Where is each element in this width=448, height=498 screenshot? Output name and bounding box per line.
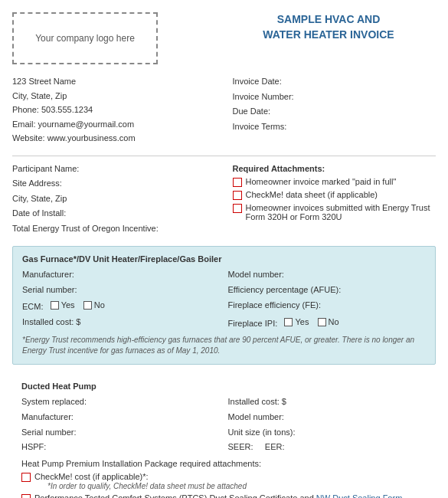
ipi-yes-checkbox[interactable] [284, 318, 293, 326]
participant-section: Participant Name: Site Address: City, St… [12, 162, 436, 238]
info-section: 123 Street Name City, State, Zip Phone: … [12, 75, 436, 146]
ecm-no: No [83, 299, 105, 313]
participant-info: Participant Name: Site Address: City, St… [12, 162, 215, 238]
hp-attach-1: CheckMe! cost (if applicable)*: *In orde… [21, 472, 427, 490]
checkbox-2[interactable] [233, 191, 242, 200]
invoice-due-label: Due Date: [233, 105, 436, 118]
model-number-label: Model number: [228, 268, 427, 282]
serial-number-label: Serial number: [22, 283, 221, 297]
logo-text: Your company logo here [35, 33, 135, 44]
checkbox-3[interactable] [233, 204, 242, 213]
fireplace-fe-label: Fireplace efficiency (FE): [228, 299, 427, 314]
total-incentive: Total Energy Trust of Oregon Incentive: [12, 222, 215, 236]
ipi-no-checkbox[interactable] [318, 318, 326, 326]
ecm-yes: Yes [51, 299, 75, 313]
attachment-text-2: CheckMe! data sheet (if applicable) [246, 190, 378, 199]
hp-manufacturer: Manufacturer: [21, 411, 221, 424]
website: Website: www.yourbusiness.com [12, 132, 215, 145]
installed-cost-label: Installed cost: $ [22, 316, 221, 331]
attachment-item-1: Homeowner invoice marked "paid in full" [233, 177, 436, 187]
heat-pump-section: Ducted Heat Pump System replaced: Instal… [12, 374, 436, 498]
attachment-text-3: Homeowner invoices submitted with Energy… [246, 203, 436, 221]
participant-city: City, State, Zip [12, 192, 215, 206]
contact-info: 123 Street Name City, State, Zip Phone: … [12, 75, 215, 146]
header-row: Your company logo here SAMPLE HVAC AND W… [12, 12, 436, 64]
heat-pump-fields: System replaced: Installed cost: $ Manuf… [21, 395, 427, 454]
hp-attach-text-2: Performance Tested Comfort Systems (PTCS… [34, 493, 427, 498]
invoice-title: SAMPLE HVAC AND WATER HEATER INVOICE [221, 12, 436, 42]
hp-attach-2: Performance Tested Comfort Systems (PTCS… [21, 493, 427, 498]
invoice-date-label: Invoice Date: [233, 75, 436, 88]
hp-seer-eer: SEER: EER: [228, 441, 427, 454]
fireplace-ipi-label: Fireplace IPI: Yes No [228, 316, 427, 331]
hp-attachments-label: Heat Pump Premium Installation Package r… [21, 459, 427, 468]
attachment-item-3: Homeowner invoices submitted with Energy… [233, 203, 436, 221]
logo-box: Your company logo here [12, 12, 158, 64]
afue-label: Efficiency percentage (AFUE): [228, 283, 427, 297]
attachments-section: Required Attachments: Homeowner invoice … [233, 162, 436, 238]
gas-furnace-title: Gas Furnace*/DV Unit Heater/Fireplace/Ga… [22, 254, 426, 264]
site-address: Site Address: [12, 177, 215, 191]
invoice-info: Invoice Date: Invoice Number: Due Date: … [233, 75, 436, 146]
participant-name: Participant Name: [12, 162, 215, 176]
gas-furnace-note: *Energy Trust recommends high-efficiency… [22, 335, 426, 356]
attachments-label: Required Attachments: [233, 162, 436, 176]
divider-1 [12, 156, 436, 156]
hp-checkbox-1[interactable] [21, 473, 31, 482]
city-state: City, State, Zip [12, 90, 215, 103]
attachment-item-2: CheckMe! data sheet (if applicable) [233, 190, 436, 200]
manufacturer-label: Manufacturer: [22, 268, 221, 282]
hp-checkbox-2[interactable] [21, 494, 31, 498]
ecm-label: ECM: Yes No [22, 299, 221, 314]
checkbox-1[interactable] [233, 178, 242, 187]
hp-hspf: HSPF: [21, 441, 221, 454]
gas-furnace-fields: Manufacturer: Model number: Serial numbe… [22, 268, 426, 330]
phone: Phone: 503.555.1234 [12, 103, 215, 116]
heat-pump-title: Ducted Heat Pump [21, 382, 427, 391]
hp-serial-number: Serial number: [21, 426, 221, 440]
ipi-no: No [318, 316, 339, 329]
ipi-yes: Yes [284, 316, 309, 329]
email: Email: yourname@yourmail.com [12, 118, 215, 131]
attachment-text-1: Homeowner invoice marked "paid in full" [246, 177, 397, 186]
ecm-no-checkbox[interactable] [83, 301, 92, 310]
address: 123 Street Name [12, 75, 215, 88]
hp-attach-text-1: CheckMe! cost (if applicable)*: [34, 472, 149, 481]
invoice-terms-label: Invoice Terms: [233, 120, 436, 133]
invoice-number-label: Invoice Number: [233, 90, 436, 103]
hp-unit-size: Unit size (in tons): [228, 426, 427, 440]
title-block: SAMPLE HVAC AND WATER HEATER INVOICE [221, 12, 436, 42]
gas-furnace-section: Gas Furnace*/DV Unit Heater/Fireplace/Ga… [12, 246, 436, 365]
hp-attach-note-1: *In order to qualify, CheckMe! data shee… [47, 482, 247, 490]
hp-model-number: Model number: [228, 411, 427, 424]
ecm-yes-checkbox[interactable] [51, 301, 59, 310]
system-replaced: System replaced: [21, 395, 221, 409]
hp-installed-cost: Installed cost: $ [228, 395, 427, 409]
date-of-install: Date of Install: [12, 207, 215, 221]
